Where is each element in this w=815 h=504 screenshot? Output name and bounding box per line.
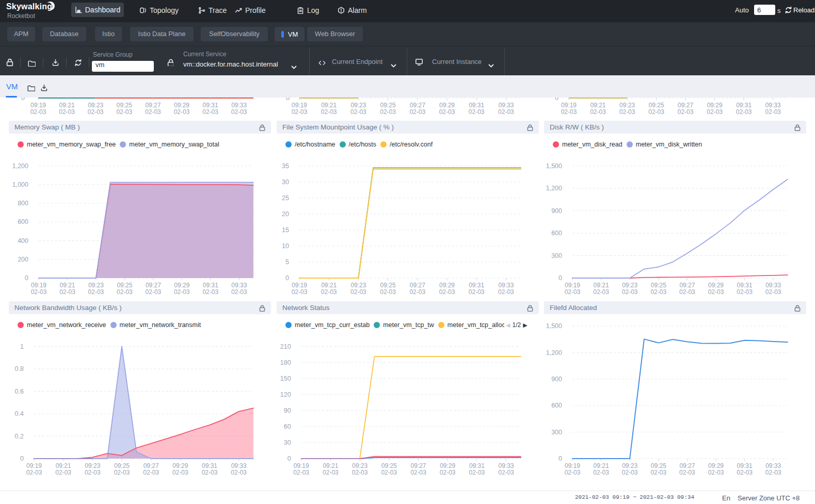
svg-text:30: 30 — [284, 439, 291, 446]
svg-text:300: 300 — [551, 429, 562, 436]
svg-text:09:25: 09:25 — [651, 462, 666, 469]
svg-text:150: 150 — [280, 375, 291, 382]
svg-text:02-03: 02-03 — [765, 288, 781, 296]
svg-text:02-03: 02-03 — [231, 469, 247, 476]
svg-text:09:23: 09:23 — [622, 462, 637, 469]
svg-text:09:23: 09:23 — [350, 102, 366, 109]
svg-text:02-03: 02-03 — [350, 108, 366, 116]
svg-text:02-03: 02-03 — [561, 108, 577, 116]
svg-text:02-03: 02-03 — [439, 108, 455, 116]
svg-text:600: 600 — [551, 402, 562, 409]
svg-text:900: 900 — [551, 376, 562, 383]
svg-text:1,000: 1,000 — [12, 181, 28, 188]
svg-text:0: 0 — [20, 455, 24, 462]
svg-text:0: 0 — [558, 455, 562, 462]
svg-text:02-03: 02-03 — [174, 288, 190, 296]
svg-text:02-03: 02-03 — [352, 469, 368, 476]
svg-text:09:29: 09:29 — [708, 282, 724, 289]
svg-text:09:33: 09:33 — [498, 282, 514, 289]
svg-text:09:19: 09:19 — [292, 282, 307, 289]
svg-text:02-03: 02-03 — [85, 469, 101, 476]
svg-text:02-03: 02-03 — [88, 288, 104, 296]
svg-text:02-03: 02-03 — [737, 469, 753, 476]
svg-text:200: 200 — [18, 256, 28, 263]
svg-text:02-03: 02-03 — [174, 108, 190, 116]
svg-text:0: 0 — [558, 274, 562, 282]
svg-text:02-03: 02-03 — [293, 469, 309, 476]
svg-text:09:23: 09:23 — [622, 282, 637, 289]
svg-text:09:33: 09:33 — [231, 102, 247, 109]
svg-text:02-03: 02-03 — [380, 108, 396, 116]
svg-text:09:31: 09:31 — [203, 102, 218, 109]
svg-text:09:31: 09:31 — [202, 462, 217, 469]
svg-text:02-03: 02-03 — [619, 108, 635, 116]
svg-text:210: 210 — [280, 343, 291, 350]
svg-text:02-03: 02-03 — [292, 108, 308, 116]
svg-text:09:21: 09:21 — [321, 102, 337, 109]
svg-text:0: 0 — [287, 455, 291, 462]
svg-text:09:21: 09:21 — [56, 462, 71, 469]
svg-text:09:33: 09:33 — [231, 462, 247, 469]
svg-text:02-03: 02-03 — [765, 108, 781, 116]
svg-text:09:23: 09:23 — [85, 462, 100, 469]
svg-text:02-03: 02-03 — [439, 288, 455, 296]
svg-text:02-03: 02-03 — [202, 288, 218, 296]
svg-text:02-03: 02-03 — [565, 469, 581, 476]
svg-text:02-03: 02-03 — [707, 108, 723, 116]
svg-text:09:27: 09:27 — [410, 102, 425, 109]
svg-text:09:25: 09:25 — [380, 282, 396, 289]
svg-text:1,200: 1,200 — [12, 162, 28, 170]
svg-text:1,500: 1,500 — [546, 322, 562, 330]
svg-text:09:29: 09:29 — [174, 282, 189, 289]
svg-text:09:31: 09:31 — [469, 462, 485, 469]
svg-text:25: 25 — [282, 194, 289, 202]
svg-text:09:29: 09:29 — [439, 102, 455, 109]
svg-text:02-03: 02-03 — [117, 288, 133, 296]
svg-text:30: 30 — [282, 178, 289, 186]
svg-text:09:21: 09:21 — [59, 282, 75, 289]
svg-text:02-03: 02-03 — [765, 469, 781, 476]
svg-text:02-03: 02-03 — [146, 288, 162, 296]
svg-text:90: 90 — [284, 407, 291, 414]
svg-text:09:29: 09:29 — [439, 282, 455, 289]
svg-text:09:33: 09:33 — [765, 102, 781, 109]
svg-text:09:29: 09:29 — [440, 462, 455, 469]
svg-text:02-03: 02-03 — [590, 108, 606, 116]
svg-text:09:19: 09:19 — [565, 462, 580, 469]
svg-text:400: 400 — [18, 237, 28, 245]
svg-text:02-03: 02-03 — [650, 288, 666, 296]
svg-text:02-03: 02-03 — [469, 288, 485, 296]
svg-text:09:21: 09:21 — [594, 462, 609, 469]
svg-text:09:31: 09:31 — [736, 102, 752, 109]
svg-text:0.6: 0.6 — [15, 388, 24, 395]
svg-text:02-03: 02-03 — [679, 288, 695, 296]
svg-text:09:21: 09:21 — [594, 282, 609, 289]
svg-text:02-03: 02-03 — [26, 469, 42, 476]
svg-text:02-03: 02-03 — [498, 469, 514, 476]
svg-text:02-03: 02-03 — [678, 108, 694, 116]
svg-text:09:27: 09:27 — [410, 462, 426, 469]
svg-text:02-03: 02-03 — [469, 108, 485, 116]
svg-text:02-03: 02-03 — [622, 469, 638, 476]
svg-text:02-03: 02-03 — [679, 469, 695, 476]
svg-text:09:29: 09:29 — [707, 102, 723, 109]
svg-text:09:27: 09:27 — [678, 102, 693, 109]
svg-text:900: 900 — [551, 207, 562, 215]
svg-text:02-03: 02-03 — [380, 288, 396, 296]
svg-text:09:23: 09:23 — [88, 102, 103, 109]
svg-text:02-03: 02-03 — [321, 288, 337, 296]
svg-text:09:27: 09:27 — [679, 282, 695, 289]
svg-text:09:27: 09:27 — [146, 282, 161, 289]
svg-text:02-03: 02-03 — [143, 469, 159, 476]
svg-text:09:19: 09:19 — [26, 462, 42, 469]
svg-text:02-03: 02-03 — [708, 469, 724, 476]
svg-text:02-03: 02-03 — [708, 288, 724, 296]
svg-text:60: 60 — [284, 423, 291, 430]
svg-text:02-03: 02-03 — [202, 108, 218, 116]
svg-text:02-03: 02-03 — [31, 288, 47, 296]
svg-text:02-03: 02-03 — [440, 469, 456, 476]
svg-text:09:21: 09:21 — [590, 102, 605, 109]
svg-text:09:33: 09:33 — [231, 282, 247, 289]
svg-text:0.8: 0.8 — [15, 365, 24, 372]
svg-text:300: 300 — [551, 252, 562, 259]
